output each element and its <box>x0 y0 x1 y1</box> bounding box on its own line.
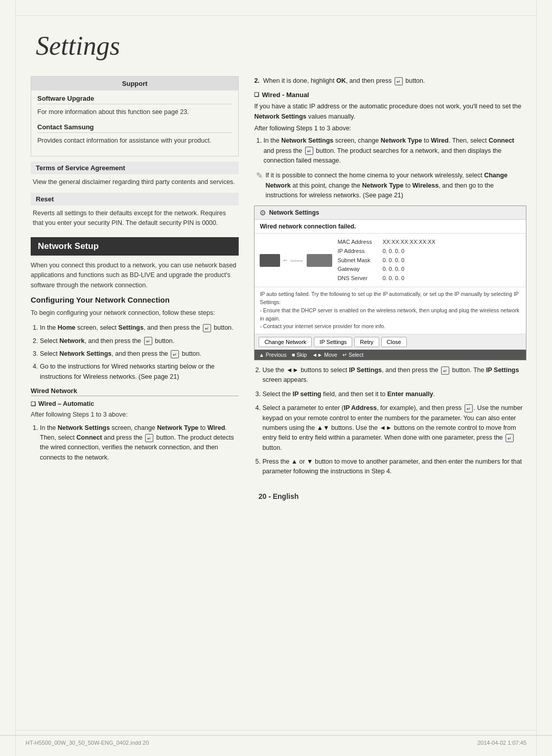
ns-nav: ▲ Previous ■ Skip ◄► Move ↵ Select <box>255 350 526 360</box>
dns-value: 0. 0. 0. 0 <box>382 274 404 283</box>
arrow-icon: ← <box>282 257 288 264</box>
enter-icon-6: ↵ <box>305 147 313 155</box>
wired-auto-label: Wired – Automatic <box>31 400 239 407</box>
enter-icon-8: ↵ <box>465 404 473 413</box>
network-step-4: Go to the instructions for Wired network… <box>40 362 239 382</box>
configuring-desc: To begin configuring your network connec… <box>31 308 239 318</box>
manual-step-2: Use the ◄► buttons to select IP Settings… <box>262 365 526 385</box>
ns-note-1: IP auto setting failed. Try the followin… <box>260 290 521 307</box>
ns-note-2: - Ensure that the DHCP server is enabled… <box>260 307 521 323</box>
contact-samsung-header: Contact Samsung <box>37 123 232 133</box>
dns-row: DNS Server 0. 0. 0. 0 <box>337 274 435 283</box>
note-content: If it is possible to connect the home ci… <box>265 171 526 200</box>
note-icon: ✎ <box>256 170 263 200</box>
ip-row: IP Address 0. 0. 0. 0 <box>337 247 435 256</box>
left-column: Support Software Upgrade For more inform… <box>31 76 239 482</box>
network-step-1: In the Home screen, select Settings, and… <box>40 323 239 333</box>
subnet-value: 0. 0. 0. 0 <box>382 256 404 265</box>
close-button[interactable]: Close <box>381 337 407 347</box>
support-box: Support Software Upgrade For more inform… <box>31 76 239 156</box>
enter-icon-2: ↵ <box>144 337 152 345</box>
network-setup-header: Network Setup <box>31 237 239 256</box>
wired-auto-steps: In the Network Settings screen, change N… <box>40 423 239 463</box>
enter-icon-9: ↵ <box>505 434 514 442</box>
network-setup-intro: When you connect this product to a netwo… <box>31 261 239 290</box>
wired-manual-steps-top: In the Network Settings screen, change N… <box>263 136 526 166</box>
mac-row: MAC Address XX:XX:XX:XX:XX:XX <box>337 238 435 247</box>
network-step-3: Select Network Settings, and then press … <box>40 349 239 359</box>
note-block: ✎ If it is possible to connect the home … <box>254 171 526 200</box>
retry-button[interactable]: Retry <box>354 337 379 347</box>
software-upgrade-text: For more information about this function… <box>37 107 232 117</box>
manual-step-3: Select the IP setting field, and then se… <box>262 390 526 399</box>
page-footer: HT-H5500_00W_30_50_50W-ENG_0402.indd 20 … <box>0 735 552 746</box>
gateway-value: 0. 0. 0. 0 <box>382 265 404 274</box>
gateway-row: Gateway 0. 0. 0. 0 <box>337 265 435 274</box>
ns-content: ← ‒‒‒‒ MAC Address XX:XX:XX:XX:XX:XX IP … <box>255 234 526 287</box>
subnet-label: Subnet Mask <box>337 256 378 265</box>
footer-right: 2014-04-02 1:07:45 <box>477 740 526 746</box>
support-header: Support <box>31 77 238 90</box>
manual-step-4: Select a parameter to enter (IP Address,… <box>262 403 526 453</box>
enter-icon-4: ↵ <box>145 434 153 442</box>
enter-icon-7: ↵ <box>441 366 449 375</box>
network-step-2: Select Network, and then press the ↵ but… <box>40 336 239 346</box>
terms-header: Terms of Service Agreement <box>31 162 239 174</box>
enter-icon-5: ↵ <box>395 77 403 85</box>
network-settings-box: ⊙ Network Settings Wired network connect… <box>254 205 526 360</box>
ip-label: IP Address <box>337 247 378 256</box>
network-setup-body: When you connect this product to a netwo… <box>31 261 239 463</box>
enter-icon-1: ↵ <box>203 324 211 332</box>
ns-notes: IP auto setting failed. Try the followin… <box>255 287 526 334</box>
enter-icon-3: ↵ <box>171 350 179 358</box>
ns-failed-msg: Wired network connection failed. <box>255 220 526 234</box>
wired-manual-intro: If you have a static IP address or the a… <box>254 102 526 122</box>
ns-title-icon: ⊙ <box>260 209 266 217</box>
configuring-title: Configuring Your Network Connection <box>31 295 239 304</box>
ns-title: Network Settings <box>269 209 319 216</box>
terms-text: View the general disclaimer regarding th… <box>31 177 239 187</box>
nav-skip: ■ Skip <box>292 352 307 358</box>
support-body: Software Upgrade For more information ab… <box>31 90 238 156</box>
wired-auto-step-1: In the Network Settings screen, change N… <box>40 423 239 463</box>
mac-label: MAC Address <box>337 238 378 247</box>
page-wrapper: Settings Support Software Upgrade For mo… <box>0 0 552 756</box>
ns-info-table: MAC Address XX:XX:XX:XX:XX:XX IP Address… <box>337 238 435 283</box>
manual-step-5: Press the ▲ or ▼ button to move to anoth… <box>262 457 526 477</box>
contact-samsung-section: Contact Samsung Provides contact informa… <box>37 123 232 146</box>
software-upgrade-header: Software Upgrade <box>37 95 232 104</box>
software-upgrade-section: Software Upgrade For more information ab… <box>37 95 232 117</box>
footer-left: HT-H5500_00W_30_50_50W-ENG_0402.indd 20 <box>26 740 149 746</box>
ns-title-bar: ⊙ Network Settings <box>255 206 526 220</box>
ip-value: 0. 0. 0. 0 <box>382 247 404 256</box>
ns-buttons: Change Network IP Settings Retry Close <box>255 334 526 350</box>
right-column: 2. When it is done, highlight OK, and th… <box>254 76 526 482</box>
manual-steps-list: Use the ◄► buttons to select IP Settings… <box>262 365 526 477</box>
reset-header: Reset <box>31 193 239 205</box>
subnet-row: Subnet Mask 0. 0. 0. 0 <box>337 256 435 265</box>
contact-samsung-text: Provides contact information for assista… <box>37 136 232 146</box>
server-box <box>307 254 332 267</box>
network-steps-list: In the Home screen, select Settings, and… <box>40 323 239 382</box>
nav-move: ◄► Move <box>312 352 337 358</box>
ip-settings-button[interactable]: IP Settings <box>314 337 352 347</box>
wired-network-label: Wired Network <box>31 387 239 396</box>
right-step-2-auto: 2. When it is done, highlight OK, and th… <box>254 76 526 86</box>
gateway-label: Gateway <box>337 265 378 274</box>
reset-text: Reverts all settings to their defaults e… <box>31 209 239 228</box>
network-setup: Network Setup When you connect this prod… <box>31 237 239 463</box>
mac-value: XX:XX:XX:XX:XX:XX <box>382 238 435 247</box>
ns-device-icon: ← ‒‒‒‒ <box>260 238 332 283</box>
nav-select: ↵ Select <box>342 352 363 358</box>
change-network-button[interactable]: Change Network <box>259 337 312 347</box>
wired-auto-after: After following Steps 1 to 3 above: <box>31 410 239 420</box>
two-column-layout: Support Software Upgrade For more inform… <box>31 76 526 482</box>
ns-note-3: - Contact your internet service provider… <box>260 323 521 331</box>
wired-manual-after: After following Steps 1 to 3 above: <box>254 125 526 132</box>
page-number: 20 - English <box>31 492 526 500</box>
page-title: Settings <box>36 31 526 61</box>
wired-manual-step-1: In the Network Settings screen, change N… <box>263 136 526 166</box>
wired-manual-label: Wired - Manual <box>254 91 526 99</box>
terms-section: Terms of Service Agreement View the gene… <box>31 162 239 187</box>
device-box <box>260 254 280 267</box>
